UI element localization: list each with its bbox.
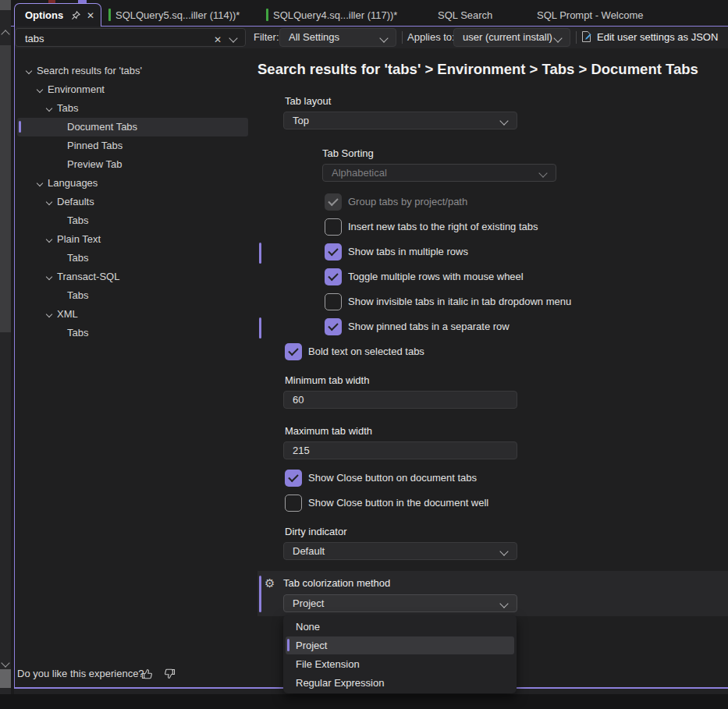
thumbs-down-icon[interactable] xyxy=(162,667,176,681)
filter-select[interactable]: All Settings xyxy=(279,28,396,47)
tab-sqlquery5[interactable]: SQLQuery5.sq...iller (114))* xyxy=(115,5,240,26)
options-window: SQLQuery5.sq...iller (114))* SQLQuery4.s… xyxy=(0,0,728,709)
checkbox-row-pinned-separate[interactable]: Show pinned tabs in a separate row xyxy=(325,318,510,335)
applies-to-select[interactable]: user (current install) xyxy=(453,28,570,47)
chevron-down-icon[interactable] xyxy=(46,199,52,205)
tree-item-defaults[interactable]: Defaults xyxy=(17,193,248,211)
checkbox-row-insert-right[interactable]: Insert new tabs to the right of existing… xyxy=(325,218,538,236)
chevron-down-icon[interactable] xyxy=(46,105,52,112)
tab-colorization-select[interactable]: Project xyxy=(283,594,517,612)
tree-item-languages[interactable]: Languages xyxy=(17,174,248,193)
tab-sql-search[interactable]: SQL Search xyxy=(438,5,492,26)
tab-layout-label: Tab layout xyxy=(285,95,331,108)
chevron-down-icon[interactable] xyxy=(26,68,32,74)
tab-sql-prompt-welcome[interactable]: SQL Prompt - Welcome xyxy=(537,5,644,26)
scrollbar-up-icon[interactable] xyxy=(1,30,9,38)
min-tab-width-input[interactable] xyxy=(283,391,517,409)
max-tab-width-label: Maximum tab width xyxy=(285,425,372,438)
search-input-wrap: ✕ xyxy=(15,28,246,47)
tree-item-environment[interactable]: Environment xyxy=(17,80,248,99)
tab-options-active[interactable]: Options ✕ xyxy=(14,3,101,27)
clear-search-icon[interactable]: ✕ xyxy=(214,31,222,48)
tab-sqlquery4[interactable]: SQLQuery4.sq...iller (117))* xyxy=(273,5,397,26)
toolbar-separator xyxy=(402,31,403,44)
chevron-down-icon[interactable] xyxy=(46,236,52,243)
filter-value: All Settings xyxy=(289,31,339,43)
gear-icon[interactable]: ⚙ xyxy=(265,576,275,590)
chevron-down-icon xyxy=(553,34,562,42)
checkbox-row-close-on-tabs[interactable]: Show Close button on document tabs xyxy=(285,470,477,487)
tab-unsaved-indicator xyxy=(108,9,111,21)
search-history-chevron-icon[interactable] xyxy=(229,34,237,42)
tree-item-plain-text[interactable]: Plain Text xyxy=(17,230,248,249)
dropdown-option-regular-expression[interactable]: Regular Expression xyxy=(286,674,514,692)
checkbox-close-on-tabs[interactable] xyxy=(285,470,302,487)
left-scrollbar[interactable] xyxy=(0,0,11,709)
scrollbar-thumb[interactable] xyxy=(0,45,11,332)
tree-item-document-tabs[interactable]: Document Tabs xyxy=(17,118,248,136)
edit-json-icon xyxy=(581,30,592,43)
close-icon[interactable]: ✕ xyxy=(87,10,94,21)
dropdown-option-project[interactable]: Project xyxy=(286,636,514,654)
edit-json-button[interactable]: Edit user settings as JSON xyxy=(581,30,718,43)
max-tab-width-input[interactable] xyxy=(283,441,517,459)
checkbox-row-close-in-well[interactable]: Show Close button in the document well xyxy=(285,495,488,512)
scrollbar-down-icon[interactable] xyxy=(1,658,9,667)
thumbs-up-icon[interactable] xyxy=(140,667,154,681)
chevron-down-icon[interactable] xyxy=(37,180,43,186)
scrollbar-block xyxy=(0,0,11,10)
tab-sorting-select: Alphabetical xyxy=(322,164,556,182)
chevron-down-icon xyxy=(379,34,388,42)
applies-to-label: Applies to: xyxy=(407,31,455,44)
checkbox-row-multiple-rows[interactable]: Show tabs in multiple rows xyxy=(325,243,468,261)
modified-setting-indicator xyxy=(259,576,261,612)
checkbox-bold-selected[interactable] xyxy=(285,343,302,360)
checkbox-row-group-tabs: Group tabs by project/path xyxy=(325,193,467,211)
options-toolbar: ✕ Filter: All Settings Applies to: user … xyxy=(15,27,728,48)
tab-options-label: Options xyxy=(15,9,63,21)
checkbox-row-toggle-wheel[interactable]: Toggle multiple rows with mouse wheel xyxy=(325,268,524,285)
tab-layout-select[interactable]: Top xyxy=(283,112,517,129)
checkbox-row-invisible-italic[interactable]: Show invisible tabs in italic in tab dro… xyxy=(325,293,571,310)
applies-to-value: user (current install) xyxy=(463,31,552,43)
scrollbar-block xyxy=(0,669,11,688)
tree-item-transact-sql-tabs[interactable]: Tabs xyxy=(17,286,248,305)
checkbox-toggle-wheel[interactable] xyxy=(325,268,342,285)
tree-item-search-results[interactable]: Search results for 'tabs' xyxy=(17,62,248,80)
tab-unsaved-indicator xyxy=(266,9,268,21)
pin-icon[interactable] xyxy=(70,10,81,21)
min-tab-width-label: Minimum tab width xyxy=(285,374,369,387)
checkbox-invisible-italic[interactable] xyxy=(325,293,342,310)
chevron-down-icon xyxy=(499,116,508,125)
modified-setting-indicator xyxy=(259,317,261,339)
feedback-question: Do you like this experience? xyxy=(17,667,144,681)
checkbox-pinned-separate[interactable] xyxy=(325,318,342,335)
page-title: Search results for 'tabs' > Environment … xyxy=(257,58,722,80)
dirty-indicator-select[interactable]: Default xyxy=(283,542,517,560)
tab-sorting-label: Tab Sorting xyxy=(322,147,374,160)
chevron-down-icon[interactable] xyxy=(46,274,52,280)
checkbox-close-in-well[interactable] xyxy=(285,495,302,512)
checkbox-insert-right[interactable] xyxy=(325,218,342,236)
tree-item-plain-text-tabs[interactable]: Tabs xyxy=(17,249,248,268)
checkbox-row-bold-selected[interactable]: Bold text on selected tabs xyxy=(285,343,424,360)
edit-json-label: Edit user settings as JSON xyxy=(597,31,718,43)
chevron-down-icon xyxy=(499,547,508,555)
checkbox-multiple-rows[interactable] xyxy=(325,243,342,261)
tree-item-xml[interactable]: XML xyxy=(17,305,248,324)
tree-item-preview-tab[interactable]: Preview Tab xyxy=(17,155,248,174)
document-well-border xyxy=(0,26,728,27)
tree-item-transact-sql[interactable]: Transact-SQL xyxy=(17,268,248,286)
tree-item-pinned-tabs[interactable]: Pinned Tabs xyxy=(17,136,248,155)
search-input[interactable] xyxy=(23,30,206,47)
modified-setting-indicator xyxy=(259,243,261,264)
dropdown-option-none[interactable]: None xyxy=(286,618,514,636)
tree-item-xml-tabs[interactable]: Tabs xyxy=(17,324,248,342)
checkbox-group-tabs xyxy=(325,193,342,211)
tree-item-tabs[interactable]: Tabs xyxy=(17,99,248,118)
tree-item-defaults-tabs[interactable]: Tabs xyxy=(17,211,248,230)
dirty-indicator-label: Dirty indicator xyxy=(285,526,346,538)
chevron-down-icon[interactable] xyxy=(37,87,43,93)
dropdown-option-file-extension[interactable]: File Extension xyxy=(286,655,514,673)
chevron-down-icon[interactable] xyxy=(46,311,52,317)
